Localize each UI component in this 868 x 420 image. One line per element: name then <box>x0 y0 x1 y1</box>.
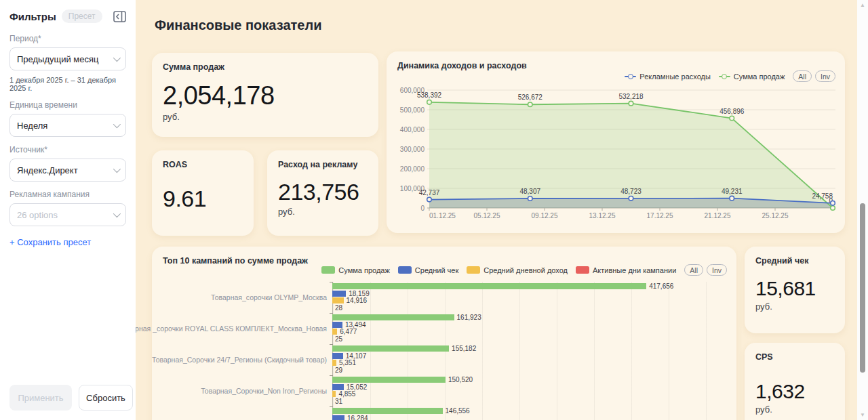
bar-segment <box>332 353 343 359</box>
bar-line: 25 <box>332 336 726 342</box>
legend-label: Активные дни кампании <box>593 266 676 274</box>
line-series-icon <box>719 73 730 79</box>
kpi-unit: руб. <box>163 112 368 122</box>
axis-tick <box>330 406 333 407</box>
svg-text:526,672: 526,672 <box>518 93 543 101</box>
kpi-label: Расход на рекламу <box>278 160 368 169</box>
bar-line: 28 <box>332 305 726 311</box>
campaign-label: Рекламная кампания <box>9 190 126 199</box>
legend-inv-button[interactable]: Inv <box>707 264 727 276</box>
bar-line: 150,520 <box>332 377 726 383</box>
source-select[interactable]: Яндекс.Директ <box>9 159 126 182</box>
bar-value-label: 29 <box>335 367 342 373</box>
bar-row: Товарная_Сорочки 24/7_Регионы (Скидочный… <box>163 344 726 375</box>
time-unit-value: Неделя <box>17 121 113 131</box>
scroll-down-icon[interactable]: ▼ <box>857 412 868 418</box>
bar-line: 14,916 <box>332 297 726 303</box>
kpi-unit: руб. <box>755 404 834 415</box>
sidebar-footer: Применить Сбросить <box>9 385 133 411</box>
time-unit-select[interactable]: Неделя <box>9 114 126 137</box>
save-preset-link[interactable]: + Сохранить пресет <box>9 237 91 247</box>
line-chart: 0100,000200,000300,000400,000500,000600,… <box>393 81 841 228</box>
kpi-card-roas: ROAS 9.61 <box>152 150 254 236</box>
campaign-placeholder: 26 options <box>17 210 113 220</box>
bar-value-label: 18,159 <box>349 291 370 297</box>
period-value: Предыдущий месяц <box>17 54 113 64</box>
bar-line: 161,923 <box>332 314 726 320</box>
bar-line: 16,284 <box>332 415 726 420</box>
bar-value-label: 5,351 <box>339 360 356 366</box>
bar-segment <box>332 415 344 420</box>
campaign-select[interactable]: 26 options <box>9 203 126 226</box>
svg-text:300,000: 300,000 <box>400 146 425 153</box>
legend-item[interactable]: Средний чек <box>398 266 458 274</box>
bar-value-label: 31 <box>335 398 342 404</box>
bar-group: 417,65618,15914,91628 <box>332 283 726 311</box>
legend-swatch <box>321 266 335 274</box>
legend-item[interactable]: Рекламные расходы <box>625 72 710 81</box>
bar-value-label: 28 <box>335 305 342 311</box>
legend-swatch <box>576 266 589 274</box>
bar-segment <box>332 360 336 366</box>
bar-value-label: 25 <box>335 336 342 342</box>
legend-buttons: AllInv <box>793 70 835 82</box>
bar-value-label: 15,052 <box>347 384 368 390</box>
filters-sidebar: Фильтры Пресет Период* Предыдущий месяц … <box>0 0 136 420</box>
reset-button[interactable]: Сбросить <box>79 385 133 411</box>
scroll-up-icon[interactable]: ▲ <box>857 2 868 8</box>
period-select[interactable]: Предыдущий месяц <box>9 47 126 70</box>
bar-segment <box>332 384 344 390</box>
kpi-unit: руб. <box>278 207 368 217</box>
collapse-sidebar-button[interactable] <box>113 10 126 22</box>
svg-text:13.12.25: 13.12.25 <box>589 212 616 219</box>
bar-value-label: 14,916 <box>347 297 368 303</box>
vertical-scrollbar[interactable]: ▲ ▼ <box>857 0 868 420</box>
legend-item[interactable]: Сумма продаж <box>321 266 389 274</box>
bar-line: 18,159 <box>332 291 726 297</box>
line-chart-legend: Рекламные расходыСумма продажAllInv <box>625 70 835 82</box>
bar-value-label: 16,284 <box>347 415 368 420</box>
kpi-label: CPS <box>755 352 834 362</box>
bar-segment <box>332 345 449 352</box>
legend-item[interactable]: Сумма продаж <box>719 72 785 81</box>
main-content: Финансовые показатели Сумма продаж 2,054… <box>136 0 857 420</box>
source-label: Источник* <box>9 145 126 154</box>
legend-item[interactable]: Активные дни кампании <box>576 266 676 274</box>
legend-item[interactable]: Средний дневной доход <box>467 266 568 274</box>
date-range-text: 1 декабря 2025 г. – 31 декабря 2025 г. <box>9 76 126 92</box>
kpi-value: 213,756 <box>278 180 368 205</box>
legend-all-button[interactable]: All <box>793 70 812 82</box>
svg-text:500,000: 500,000 <box>400 106 425 114</box>
kpi-value: 15,681 <box>755 278 834 299</box>
bar-value-label: 13,494 <box>345 322 366 328</box>
apply-button[interactable]: Применить <box>9 385 72 411</box>
legend-swatch <box>467 266 480 274</box>
legend-all-button[interactable]: All <box>684 264 703 276</box>
bar-segment <box>332 283 646 289</box>
bar-value-label: 417,656 <box>649 283 673 289</box>
bar-group: 150,52015,0524,85531 <box>332 377 726 404</box>
legend-inv-button[interactable]: Inv <box>815 70 835 82</box>
bar-category-label: Товарная_Сорочки_Non Iron_Регионы <box>201 387 327 395</box>
svg-text:48,307: 48,307 <box>519 188 540 195</box>
kpi-label: Сумма продаж <box>163 62 368 72</box>
legend-buttons: AllInv <box>684 264 727 276</box>
bar-group: 161,92313,4946,47725 <box>332 314 726 342</box>
bar-line: 31 <box>332 398 726 404</box>
kpi-label: Средний чек <box>755 256 834 266</box>
bar-row: Товарная _сорочки ROYAL CLASS КОМПЛЕКТ_М… <box>163 313 726 344</box>
bar-row: 146,55616,284 <box>163 406 726 420</box>
bar-segment <box>332 391 336 397</box>
bar-group: 146,55616,284 <box>332 408 726 420</box>
kpi-unit: руб. <box>755 301 834 312</box>
time-unit-label: Единица времени <box>9 100 126 110</box>
svg-text:17.12.25: 17.12.25 <box>647 212 673 219</box>
svg-text:42,737: 42,737 <box>419 189 440 196</box>
bar-segment <box>332 314 454 320</box>
svg-text:48,723: 48,723 <box>620 188 642 195</box>
legend-circle <box>628 74 633 79</box>
panel-collapse-left-icon <box>113 11 126 22</box>
bar-category-label: Товарная_Сорочки 24/7_Регионы (Скидочный… <box>152 356 327 364</box>
scrollbar-thumb[interactable] <box>860 203 865 373</box>
bar-value-label: 161,923 <box>457 314 481 320</box>
